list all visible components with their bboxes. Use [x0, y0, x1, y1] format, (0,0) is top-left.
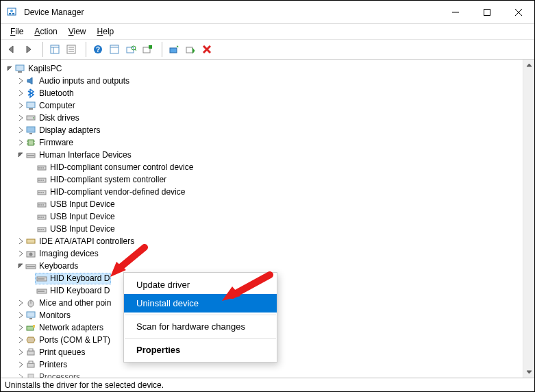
caret-icon[interactable]	[16, 335, 25, 345]
tree-item-display[interactable]: Display adapters	[2, 124, 534, 136]
window-controls	[440, 1, 534, 23]
caret-icon[interactable]	[16, 88, 25, 98]
svg-rect-33	[29, 133, 32, 134]
caret-icon[interactable]	[16, 125, 25, 135]
tree-item-bluetooth[interactable]: Bluetooth	[2, 87, 534, 99]
scroll-down-button[interactable]	[523, 366, 534, 378]
ide-icon	[25, 236, 36, 247]
port-icon	[25, 334, 36, 345]
tree-label: KapilsPC	[28, 62, 62, 75]
toolbar: ?	[1, 40, 534, 60]
menu-action[interactable]: Action	[29, 25, 62, 38]
keyboard-icon	[36, 273, 47, 284]
keyboard-icon	[25, 260, 36, 271]
update-driver-button[interactable]	[166, 41, 182, 58]
hid-icon	[36, 162, 47, 173]
caret-icon[interactable]	[16, 113, 25, 123]
tree-item-firmware[interactable]: Firmware	[2, 136, 534, 149]
svg-rect-99	[27, 363, 34, 367]
caret-icon[interactable]	[16, 347, 25, 357]
caret-icon[interactable]	[16, 298, 25, 308]
show-hide-console-tree-button[interactable]	[47, 41, 63, 58]
help-button[interactable]: ?	[90, 41, 106, 58]
tree-label: Monitors	[39, 309, 71, 321]
tree-item-imaging[interactable]: Imaging devices	[2, 247, 534, 260]
cpu-icon	[25, 371, 36, 378]
camera-icon	[25, 248, 36, 259]
caret-icon[interactable]	[16, 150, 25, 160]
add-legacy-button[interactable]	[139, 41, 155, 58]
monitor-icon	[25, 100, 36, 111]
keyboard-icon	[36, 285, 47, 296]
svg-rect-28	[27, 102, 35, 108]
svg-rect-27	[18, 71, 22, 73]
minimize-button[interactable]	[440, 1, 471, 23]
action-button[interactable]	[106, 41, 123, 58]
tree-item-hid-child[interactable]: HID-compliant vendor-defined device	[2, 186, 534, 198]
tree-item-hid[interactable]: Human Interface Devices	[2, 149, 534, 161]
printer-icon	[25, 359, 36, 370]
tree-item-hid-child[interactable]: USB Input Device	[2, 198, 534, 210]
svg-text:?: ?	[96, 46, 100, 53]
tree-item-ide[interactable]: IDE ATA/ATAPI controllers	[2, 235, 534, 247]
uninstall-device-button[interactable]	[199, 41, 215, 58]
context-scan-hardware[interactable]: Scan for hardware changes	[124, 317, 277, 336]
annotation-arrow-icon	[107, 244, 148, 278]
caret-icon[interactable]	[16, 76, 25, 86]
maximize-button[interactable]	[471, 1, 503, 23]
tree-label: Computer	[39, 99, 75, 112]
caret-icon[interactable]	[16, 323, 25, 332]
tree-item-computer[interactable]: Computer	[2, 99, 534, 112]
caret-icon[interactable]	[16, 372, 25, 378]
tree-item-disk[interactable]: Disk drives	[2, 112, 534, 124]
tree-item-hid-child[interactable]: HID-compliant system controller	[2, 173, 534, 186]
vertical-scrollbar[interactable]	[523, 60, 534, 378]
caret-icon[interactable]	[16, 360, 25, 369]
svg-rect-8	[51, 45, 59, 53]
tree-item-hid-child[interactable]: USB Input Device	[2, 223, 534, 235]
svg-rect-94	[29, 318, 32, 319]
tree-item-audio[interactable]: Audio inputs and outputs	[2, 75, 534, 87]
hid-icon	[36, 186, 47, 197]
disable-device-button[interactable]	[182, 41, 199, 58]
menu-help[interactable]: Help	[92, 25, 120, 38]
tree-label: HID-compliant system controller	[50, 173, 166, 186]
svg-rect-96	[33, 325, 35, 328]
caret-icon[interactable]	[16, 249, 25, 258]
caret-icon[interactable]	[16, 138, 25, 147]
caret-icon[interactable]	[16, 310, 25, 320]
svg-rect-32	[27, 127, 35, 132]
status-text: Uninstalls the driver for the selected d…	[5, 380, 164, 390]
tree-item-keyboards[interactable]: Keyboards	[2, 260, 534, 272]
scroll-up-button[interactable]	[523, 60, 534, 71]
menu-view[interactable]: View	[63, 25, 92, 38]
hid-icon	[36, 211, 47, 222]
context-properties[interactable]: Properties	[124, 341, 277, 359]
caret-icon[interactable]	[5, 64, 14, 73]
disk-icon	[25, 112, 36, 123]
caret-icon[interactable]	[16, 236, 25, 246]
svg-rect-29	[29, 108, 33, 110]
menu-bar: File Action View Help	[1, 24, 534, 40]
scan-hardware-button[interactable]	[123, 41, 139, 58]
caret-icon[interactable]	[16, 101, 25, 110]
bluetooth-icon	[25, 88, 36, 99]
tree-label: USB Input Device	[50, 198, 115, 210]
tree-item-hid-child[interactable]: HID-compliant consumer control device	[2, 161, 534, 173]
menu-file[interactable]: File	[5, 25, 29, 38]
tree-label: Human Interface Devices	[39, 149, 132, 161]
tree-item-hid-child[interactable]: USB Input Device	[2, 210, 534, 223]
audio-icon	[25, 75, 36, 86]
tree-root[interactable]: KapilsPC	[2, 62, 534, 75]
properties-button[interactable]	[63, 41, 79, 58]
caret-icon[interactable]	[16, 261, 25, 271]
computer-icon	[14, 63, 25, 74]
app-icon	[6, 7, 17, 18]
back-button[interactable]	[3, 41, 20, 58]
svg-rect-100	[29, 361, 33, 363]
tree-item-processors[interactable]: Processors	[2, 371, 534, 378]
svg-rect-95	[27, 326, 34, 330]
close-button[interactable]	[503, 1, 534, 23]
forward-button[interactable]	[20, 41, 36, 58]
tree-label: HID-compliant vendor-defined device	[50, 186, 185, 198]
